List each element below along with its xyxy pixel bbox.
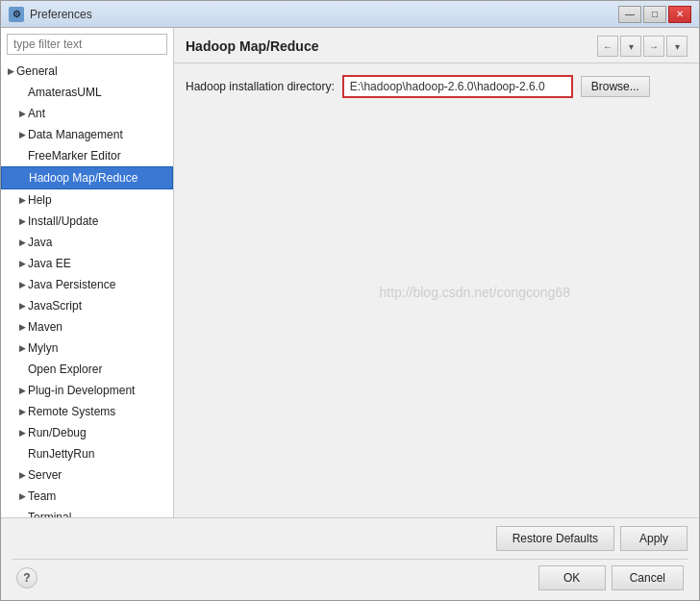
panel-header: Hadoop Map/Reduce ← ▾ → ▾	[174, 28, 699, 63]
tree-item-java[interactable]: ▶Java	[1, 232, 173, 253]
hadoop-dir-label: Hadoop installation directory:	[186, 80, 335, 93]
tree-item-label: Java Persistence	[28, 276, 115, 293]
filter-input[interactable]	[7, 34, 167, 55]
tree-item-general[interactable]: ▶General	[1, 61, 173, 82]
expand-arrow-icon: ▶	[16, 382, 28, 399]
expand-arrow-icon: ▶	[16, 318, 28, 336]
title-bar-left: ⚙ Preferences	[9, 7, 92, 22]
preferences-window: ⚙ Preferences — □ ✕ ▶GeneralAmaterasUML▶…	[0, 0, 700, 601]
window-title: Preferences	[30, 8, 92, 21]
tree-item-java-persistence[interactable]: ▶Java Persistence	[1, 274, 173, 295]
expand-arrow-icon: ▶	[16, 403, 28, 420]
hadoop-dir-row: Hadoop installation directory: Browse...	[186, 75, 688, 98]
browse-button[interactable]: Browse...	[581, 76, 650, 97]
tree-item-label: Mylyn	[28, 339, 58, 357]
panel-toolbar: ← ▾ → ▾	[597, 36, 688, 57]
tree-item-java-ee[interactable]: ▶Java EE	[1, 253, 173, 274]
tree-item-runjettyrun[interactable]: RunJettyRun	[1, 443, 173, 464]
window-icon: ⚙	[9, 7, 24, 22]
tree-item-install-update[interactable]: ▶Install/Update	[1, 211, 173, 232]
back-dropdown-button[interactable]: ▾	[620, 36, 641, 57]
expand-arrow-icon: ▶	[16, 126, 28, 143]
expand-arrow-icon: ▶	[5, 63, 16, 80]
content-area: ▶GeneralAmaterasUML▶Ant▶Data ManagementF…	[1, 28, 699, 517]
tree-item-run-debug[interactable]: ▶Run/Debug	[1, 422, 173, 443]
tree-item-label: Install/Update	[28, 213, 98, 230]
cancel-button[interactable]: Cancel	[612, 565, 684, 590]
tree-item-data-management[interactable]: ▶Data Management	[1, 124, 173, 145]
tree-item-team[interactable]: ▶Team	[1, 486, 173, 507]
footer-row: ? OK Cancel	[12, 559, 688, 592]
title-bar: ⚙ Preferences — □ ✕	[1, 1, 699, 28]
tree-item-open-explorer[interactable]: Open Explorer	[1, 359, 173, 380]
tree-item-mylyn[interactable]: ▶Mylyn	[1, 338, 173, 359]
help-button[interactable]: ?	[16, 567, 38, 588]
expand-arrow-icon: ▶	[16, 213, 28, 230]
main-panel: Hadoop Map/Reduce ← ▾ → ▾ Hadoop install…	[174, 28, 699, 517]
restore-defaults-button[interactable]: Restore Defaults	[496, 526, 614, 551]
back-button[interactable]: ←	[597, 36, 618, 57]
expand-arrow-icon: ▶	[16, 105, 28, 122]
sidebar: ▶GeneralAmaterasUML▶Ant▶Data ManagementF…	[1, 28, 174, 517]
tree-item-label: General	[16, 63, 58, 80]
panel-content: Hadoop installation directory: Browse...…	[174, 63, 699, 517]
expand-arrow-icon: ▶	[16, 276, 28, 293]
hadoop-dir-input[interactable]	[342, 75, 573, 98]
tree-item-label: FreeMarker Editor	[28, 147, 121, 164]
expand-arrow-icon: ▶	[16, 191, 28, 209]
bottom-panel: Restore Defaults Apply ? OK Cancel	[1, 517, 699, 600]
tree-item-label: Java EE	[28, 255, 71, 272]
tree-item-label: JavaScript	[28, 297, 82, 314]
tree-item-label: Help	[28, 191, 52, 209]
forward-dropdown-button[interactable]: ▾	[666, 36, 688, 57]
tree-area: ▶GeneralAmaterasUML▶Ant▶Data ManagementF…	[1, 61, 173, 517]
expand-arrow-icon: ▶	[16, 424, 28, 441]
ok-button[interactable]: OK	[538, 565, 606, 590]
tree-item-freemarker-editor[interactable]: FreeMarker Editor	[1, 145, 173, 166]
expand-arrow-icon: ▶	[16, 339, 28, 357]
tree-item-hadoop-map-reduce[interactable]: Hadoop Map/Reduce	[1, 166, 173, 189]
tree-item-label: RunJettyRun	[28, 445, 94, 463]
maximize-button[interactable]: □	[643, 6, 666, 23]
tree-item-label: Maven	[28, 318, 62, 336]
tree-item-terminal[interactable]: Terminal	[1, 507, 173, 517]
close-button[interactable]: ✕	[668, 6, 691, 23]
expand-arrow-icon: ▶	[16, 488, 28, 505]
tree-item-javascript[interactable]: ▶JavaScript	[1, 295, 173, 316]
expand-arrow-icon: ▶	[16, 466, 28, 484]
footer-right: OK Cancel	[538, 565, 684, 590]
forward-button[interactable]: →	[643, 36, 664, 57]
expand-arrow-icon: ▶	[16, 234, 28, 251]
action-row: Restore Defaults Apply	[12, 526, 688, 551]
tree-item-label: Data Management	[28, 126, 123, 143]
tree-item-label: Open Explorer	[28, 361, 102, 378]
tree-item-server[interactable]: ▶Server	[1, 464, 173, 486]
tree-item-label: Remote Systems	[28, 403, 115, 420]
footer-left: ?	[16, 567, 38, 588]
title-bar-controls: — □ ✕	[618, 6, 691, 23]
expand-arrow-icon: ▶	[16, 255, 28, 272]
expand-arrow-icon: ▶	[16, 297, 28, 314]
watermark: http://blog.csdn.net/congcong68	[379, 285, 569, 300]
tree-item-label: Run/Debug	[28, 424, 87, 441]
tree-item-help[interactable]: ▶Help	[1, 189, 173, 211]
tree-item-label: Server	[28, 466, 62, 484]
tree-item-label: Plug-in Development	[28, 382, 135, 399]
minimize-button[interactable]: —	[618, 6, 641, 23]
tree-item-label: Ant	[28, 105, 45, 122]
tree-item-ant[interactable]: ▶Ant	[1, 103, 173, 124]
tree-item-remote-systems[interactable]: ▶Remote Systems	[1, 401, 173, 422]
tree-item-label: AmaterasUML	[28, 84, 102, 101]
tree-item-maven[interactable]: ▶Maven	[1, 316, 173, 338]
tree-item-label: Team	[28, 488, 56, 505]
tree-item-label: Hadoop Map/Reduce	[29, 169, 138, 187]
tree-item-label: Terminal	[28, 509, 71, 517]
panel-title: Hadoop Map/Reduce	[186, 38, 318, 54]
apply-button[interactable]: Apply	[620, 526, 688, 551]
tree-item-amaterasuml[interactable]: AmaterasUML	[1, 82, 173, 103]
tree-item-plug-in-development[interactable]: ▶Plug-in Development	[1, 380, 173, 401]
tree-item-label: Java	[28, 234, 52, 251]
